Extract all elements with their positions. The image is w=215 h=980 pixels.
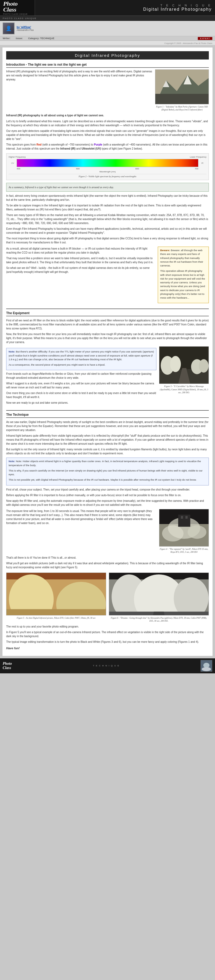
svg-rect-24 — [6, 609, 106, 616]
footer-image — [201, 660, 212, 672]
author-bar: 👤 by 'gilf3ow' Alessandro Pau — [0, 21, 215, 36]
meta-category: Category: TECHNIQUE — [28, 37, 54, 40]
content-area: Digital Infrared Photography Introductio… — [2, 47, 213, 656]
tech-text4: First of all, chose your subject. Then, … — [6, 488, 209, 492]
equip-text2: Now, the first time you mount the filter… — [6, 332, 209, 344]
author-name[interactable]: by 'gilf3ow' — [17, 26, 34, 29]
intro-text10: The most important thing to know about g… — [6, 236, 209, 245]
site-footer: Photo Class T E C H N I Q U E — [0, 658, 215, 673]
technique-label: T E C H N I Q U E — [160, 4, 212, 7]
svg-point-10 — [199, 359, 209, 372]
equip-text1: First of all we need an IR filter on the… — [6, 318, 209, 331]
note-box-1: Note: But there's another difficulty: if… — [6, 348, 156, 370]
meta-issue: Issue: — [16, 37, 23, 40]
tech-text7: The exposure time will be long, from 1 t… — [6, 509, 156, 525]
nav-text: PHOTO CLASS UNIQUE — [3, 17, 37, 19]
gallery-item-6: Figure 6 - "Dreams - Going through time"… — [109, 573, 209, 622]
page-title: Digital Infrared Photography — [6, 51, 209, 59]
section-divider-technique — [6, 410, 209, 410]
nav-bar: PHOTO CLASS UNIQUE — [0, 16, 215, 21]
meta-level: EXPERT — [198, 37, 212, 40]
equip-text5: One more thing you can check is to visit… — [6, 391, 156, 399]
note-content1: But there's another difficulty: if you u… — [9, 350, 154, 361]
equip-text6: Now we are ready to go out and take some… — [6, 401, 156, 405]
tech-text5: Before applying the IR filter it is impo… — [6, 493, 209, 497]
beware-text2: This operation allows IR photography wit… — [160, 269, 206, 300]
intro-text4: Our eyes are light detectors capable of … — [6, 129, 209, 141]
figure3-caption: Figure 3 - "U Carrobbio" by Marco Manung… — [159, 385, 209, 394]
spectrum-figure: Higher Frequency Lower Frequency UV IR 4… — [6, 153, 209, 180]
figure4-caption: Figure 4 - "The rapunzel" by 'user8', Ni… — [159, 547, 209, 554]
summary-text: As a summary, Infrared is a type of ligh… — [9, 186, 114, 189]
tech-text6: Now apply the IR filter and, using the a… — [6, 499, 209, 507]
tech-text1: As we saw earlier, Digital Infrared Phot… — [6, 420, 209, 432]
equip-text4: What I suggest is a sturdy one, even if … — [6, 382, 156, 390]
intro-text12: That may sound like a problem since we w… — [6, 256, 155, 264]
author-photo: 👤 — [3, 22, 14, 34]
author-full-name: Alessandro Pau — [17, 29, 34, 31]
logo-area: Photo Class PHOTO CLASS UNIQUE — [0, 0, 35, 16]
note-text2: As a consequence, the second piece of eq… — [9, 363, 154, 367]
note-box-2: Note: Note: Hotter objects emit infrared… — [6, 458, 209, 485]
svg-point-8 — [170, 356, 181, 372]
tech-text8: That's all there is to it! You've done i… — [6, 556, 209, 560]
gallery-item-5: Figure 5 - As shot Digital Infrared pict… — [6, 573, 106, 622]
svg-rect-19 — [185, 516, 188, 519]
copyright-bar: Copyright © 2005 - Alessandro Pau & Phot… — [0, 41, 215, 45]
tech-text11: In Figure 5 you'll see a typical example… — [6, 630, 209, 638]
note2-text3: This is not possible yet, with Digital I… — [9, 478, 206, 482]
technique-heading: The Technique — [6, 413, 209, 418]
site-header: Photo Class PHOTO CLASS UNIQUE T E C H N… — [0, 0, 215, 21]
intro-text11: As a result, almost all digital cameras … — [6, 247, 155, 255]
category-label: Category: — [28, 37, 40, 40]
intro-heading: Introduction - The light we see is not t… — [6, 63, 209, 68]
spectrum-high-freq: Higher Frequency — [9, 156, 26, 158]
tech-text10: The rest is up to you and your favorite … — [6, 625, 209, 628]
tech-text12: The typical image editing transformation… — [6, 640, 209, 644]
intro-image-col: Figure 1 - "Infiodata" by Matt Perko (Ap… — [155, 69, 209, 111]
intro-text13: So what can we do? Well - luckily - the … — [6, 266, 155, 274]
spectrum-low-freq: Lower Frequency — [190, 156, 206, 158]
figure6-caption: Figure 6 - "Dreams - Going through time"… — [109, 617, 209, 622]
beware-box: Beware: Beware: all through the web ther… — [158, 247, 209, 303]
svg-rect-18 — [181, 516, 183, 519]
category-value: TECHNIQUE — [40, 37, 54, 40]
figure4-image — [159, 509, 209, 547]
intro-text9: Even though Film Infrared Photography is… — [6, 227, 209, 235]
note2-text1: Note: Note: Hotter objects emit infrared… — [9, 460, 206, 467]
tech-text13: Have fun! — [6, 646, 209, 651]
issue-label: Issue: — [16, 37, 23, 40]
main-content: Digital Infrared Photography Introductio… — [0, 45, 215, 658]
note2-content1: Note: Hotter objects emit infrared light… — [9, 460, 201, 466]
writer-label: Writer: — [3, 37, 10, 40]
footer-logo: Photo Class — [3, 662, 12, 670]
meta-row: Writer: Issue: Category: TECHNIQUE EXPER… — [0, 36, 215, 41]
svg-point-15 — [162, 525, 184, 541]
spectrum-fig-label: Figure 2 - Visible light spectrum by fre… — [79, 175, 136, 178]
tech-text3: But sunlight is not the only source of I… — [6, 447, 209, 455]
figure5-caption: Figure 5 - As shot Digital Infrared pict… — [6, 617, 106, 619]
note2-text2: This is why, if you search carefully on … — [9, 469, 206, 477]
bottom-gallery: Figure 5 - As shot Digital Infrared pict… — [6, 573, 209, 622]
tech-text9: What you'll get are reddish pictures (wi… — [6, 561, 209, 570]
spectrum-caption: Figure 2 - Visible light spectrum by fre… — [9, 174, 206, 178]
svg-rect-4 — [155, 94, 209, 104]
equipment-heading: The Equipment — [6, 311, 209, 316]
site-tagline: PHOTO CLASS UNIQUE — [3, 13, 31, 15]
figure1-caption: Figure 1 - "Infiodata" by Matt Perko (Ap… — [155, 105, 209, 111]
svg-rect-17 — [178, 515, 190, 527]
figure3-image — [159, 346, 209, 384]
note-text1: Note: But there's another difficulty: if… — [9, 350, 154, 361]
section-divider-equipment — [6, 309, 209, 309]
site-logo: Photo Class — [3, 1, 31, 13]
figure6-image — [109, 573, 209, 616]
intro-text2: Infrared (IR) photography is all about u… — [6, 113, 209, 118]
tech-text2: Infrared light behaves quite differently… — [6, 434, 209, 446]
intro-text8: There are many types of IR filters on th… — [6, 213, 209, 225]
svg-point-16 — [188, 525, 206, 539]
svg-point-33 — [204, 663, 210, 668]
intro-text7: To be able to capture images in the Infr… — [6, 204, 209, 212]
meta-writer: Writer: — [3, 37, 10, 40]
intro-text5: This spectrum goes from Red (with a wave… — [6, 143, 209, 151]
figure1-image — [155, 69, 209, 104]
